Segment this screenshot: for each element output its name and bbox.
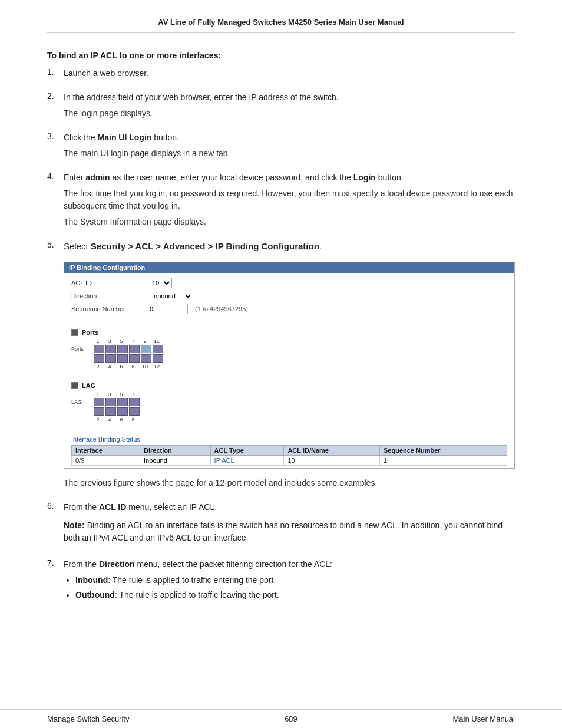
step-6-num: 6. [47, 501, 59, 550]
section-title: To bind an IP ACL to one or more interfa… [47, 51, 515, 60]
th-acl-id-name: ACL ID/Name [284, 445, 380, 455]
ports-checkbox[interactable] [71, 329, 78, 336]
port-bottom-row [71, 354, 507, 363]
acl-id-select[interactable]: 10 [147, 278, 172, 288]
lag-bottom-row [71, 407, 507, 416]
ports-section: Ports 1 3 5 7 9 11 [64, 327, 514, 374]
ports-header: Ports [71, 329, 507, 336]
lag-top-row: LAG [71, 398, 507, 406]
step-1-num: 1. [47, 67, 59, 83]
lag-header: LAG [71, 382, 507, 389]
port-btn-2[interactable] [94, 354, 104, 363]
step-7-num: 7. [47, 558, 59, 604]
step-2-subtext: The login page displays. [64, 107, 515, 120]
port-btn-6[interactable] [117, 354, 128, 363]
acl-id-label: ACL ID [71, 279, 142, 286]
step-4-subtext1: The first time that you log in, no passw… [64, 187, 515, 212]
step-2-text: In the address field of your web browser… [64, 91, 515, 104]
lag-top-nums: 1 3 5 7 [71, 391, 507, 397]
step-7-content: From the Direction menu, select the pack… [64, 558, 515, 604]
ui-screenshot: IP Binding Configuration ACL ID 10 Direc… [64, 262, 515, 469]
port-bottom-nums: 2 4 6 8 10 12 [71, 364, 507, 370]
page-header: AV Line of Fully Managed Switches M4250 … [47, 18, 515, 33]
port-btn-9[interactable] [141, 345, 151, 353]
lag-btn-1[interactable] [94, 398, 104, 406]
step-6: 6. From the ACL ID menu, select an IP AC… [47, 501, 515, 550]
step-7: 7. From the Direction menu, select the p… [47, 558, 515, 604]
step-4-num: 4. [47, 172, 59, 232]
step-2-num: 2. [47, 91, 59, 123]
port-grid: 1 3 5 7 9 11 Ports [71, 338, 507, 370]
port-btn-10[interactable] [141, 354, 151, 363]
step-2-content: In the address field of your web browser… [64, 91, 515, 123]
port-btn-4[interactable] [105, 354, 116, 363]
note-text: Note: Binding an ACL to an interface fai… [64, 519, 515, 544]
direction-options-list: Inbound: The rule is applied to traffic … [64, 574, 515, 601]
td-direction: Inbound [140, 455, 211, 465]
step-5: 5. Select Security > ACL > Advanced > IP… [47, 240, 515, 493]
step-4-subtext2: The System Information page displays. [64, 216, 515, 228]
lag-label: LAG [82, 382, 95, 389]
direction-label: Direction [71, 292, 142, 299]
lag-bottom-nums: 2 4 6 8 [71, 417, 507, 423]
step-3-subtext: The main UI login page displays in a new… [64, 147, 515, 160]
header-title: AV Line of Fully Managed Switches M4250 … [158, 18, 404, 27]
step-3-text: Click the Main UI Login button. [64, 131, 515, 144]
td-interface: 0/9 [72, 455, 140, 465]
step-6-content: From the ACL ID menu, select an IP ACL. … [64, 501, 515, 550]
status-section: Interface Binding Status Interface Direc… [64, 433, 514, 468]
th-acl-type: ACL Type [210, 445, 284, 455]
bullet-inbound: Inbound: The rule is applied to traffic … [75, 574, 515, 587]
port-top-row: Ports [71, 345, 507, 353]
step-7-text: From the Direction menu, select the pack… [64, 558, 515, 571]
th-interface: Interface [72, 445, 140, 455]
step-3: 3. Click the Main UI Login button. The m… [47, 131, 515, 163]
note-box: Note: Binding an ACL to an interface fai… [64, 519, 515, 544]
lag-btn-8[interactable] [129, 407, 140, 416]
table-row: 0/9 Inbound IP ACL 10 1 [72, 455, 507, 465]
port-btn-1[interactable] [94, 345, 104, 353]
lag-btn-2[interactable] [94, 407, 104, 416]
status-table-header-row: Interface Direction ACL Type ACL ID/Name… [72, 445, 507, 455]
td-seq: 1 [379, 455, 507, 465]
port-btn-12[interactable] [153, 354, 163, 363]
td-acl-id: 10 [284, 455, 380, 465]
port-btn-8[interactable] [129, 354, 140, 363]
port-btn-5[interactable] [117, 345, 128, 353]
lag-btn-4[interactable] [105, 407, 116, 416]
footer-page-num: 689 [129, 714, 452, 723]
step-5-content: Select Security > ACL > Advanced > IP Bi… [64, 240, 515, 493]
step-5-num: 5. [47, 240, 59, 493]
acl-id-row: ACL ID 10 [71, 278, 507, 288]
port-btn-7[interactable] [129, 345, 140, 353]
lag-btn-5[interactable] [117, 398, 128, 406]
steps-list: 1. Launch a web browser. 2. In the addre… [47, 67, 515, 604]
status-table: Interface Direction ACL Type ACL ID/Name… [71, 445, 507, 466]
step-3-num: 3. [47, 131, 59, 163]
direction-row: Direction Inbound Outbound [71, 291, 507, 301]
step-1: 1. Launch a web browser. [47, 67, 515, 83]
th-seq-num: Sequence Number [379, 445, 507, 455]
bullet-outbound: Outbound: The rule is applied to traffic… [75, 589, 515, 601]
port-btn-3[interactable] [105, 345, 116, 353]
seq-hint: (1 to 4294967295) [195, 305, 248, 312]
port-btn-11[interactable] [153, 345, 163, 353]
step-1-text: Launch a web browser. [64, 67, 515, 80]
ui-top-bar: IP Binding Configuration [64, 262, 514, 273]
td-acl-type: IP ACL [210, 455, 284, 465]
step-3-content: Click the Main UI Login button. The main… [64, 131, 515, 163]
step-1-content: Launch a web browser. [64, 67, 515, 83]
lag-checkbox[interactable] [71, 382, 78, 389]
lag-btn-7[interactable] [129, 398, 140, 406]
lag-btn-6[interactable] [117, 407, 128, 416]
step-4-text: Enter admin as the user name, enter your… [64, 172, 515, 184]
caption-text: The previous figure shows the page for a… [64, 477, 515, 489]
seq-input[interactable] [147, 304, 188, 314]
th-direction: Direction [140, 445, 211, 455]
interface-binding-status-link[interactable]: Interface Binding Status [71, 436, 140, 443]
direction-select[interactable]: Inbound Outbound [147, 291, 193, 301]
lag-btn-3[interactable] [105, 398, 116, 406]
footer-right: Main User Manual [453, 714, 515, 723]
step-2: 2. In the address field of your web brow… [47, 91, 515, 123]
footer-left: Manage Switch Security [47, 714, 129, 723]
